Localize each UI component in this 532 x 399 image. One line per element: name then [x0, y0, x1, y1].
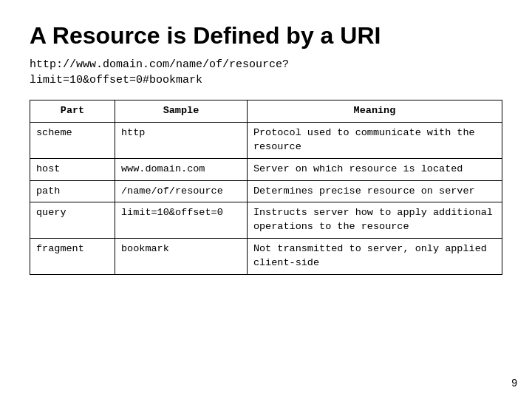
uri-line1: http://www.domain.com/name/of/resource?	[30, 58, 289, 71]
cell-meaning: Instructs server how to apply additional…	[247, 202, 502, 239]
cell-meaning: Determines precise resource on server	[247, 180, 502, 202]
table-row: host www.domain.com Server on which reso…	[30, 158, 502, 180]
cell-part: scheme	[30, 122, 115, 158]
cell-sample: www.domain.com	[115, 158, 248, 180]
cell-sample: /name/of/resource	[115, 180, 248, 202]
cell-part: path	[30, 180, 115, 202]
cell-part: query	[30, 202, 115, 239]
header-part: Part	[30, 100, 115, 123]
uri-display: http://www.domain.com/name/of/resource? …	[30, 57, 502, 88]
uri-line2: limit=10&offset=0#bookmark	[30, 74, 202, 86]
cell-part: fragment	[30, 239, 115, 275]
cell-meaning: Not transmitted to server, only applied …	[247, 239, 502, 275]
header-meaning: Meaning	[247, 100, 502, 123]
table-row: path /name/of/resource Determines precis…	[30, 180, 502, 202]
table-row: fragment bookmark Not transmitted to ser…	[30, 239, 502, 275]
page-title: A Resource is Defined by a URI	[30, 22, 502, 50]
cell-sample: bookmark	[115, 239, 248, 275]
uri-parts-table: Part Sample Meaning scheme http Protocol…	[30, 100, 502, 275]
cell-sample: limit=10&offset=0	[115, 202, 248, 239]
table-header-row: Part Sample Meaning	[30, 100, 502, 123]
cell-meaning: Server on which resource is located	[247, 158, 502, 180]
cell-sample: http	[115, 122, 248, 158]
table-row: query limit=10&offset=0 Instructs server…	[30, 202, 502, 239]
page-number: 9	[511, 377, 517, 389]
cell-part: host	[30, 158, 115, 180]
table-row: scheme http Protocol used to communicate…	[30, 122, 502, 158]
header-sample: Sample	[115, 100, 248, 123]
cell-meaning: Protocol used to communicate with the re…	[247, 122, 502, 158]
